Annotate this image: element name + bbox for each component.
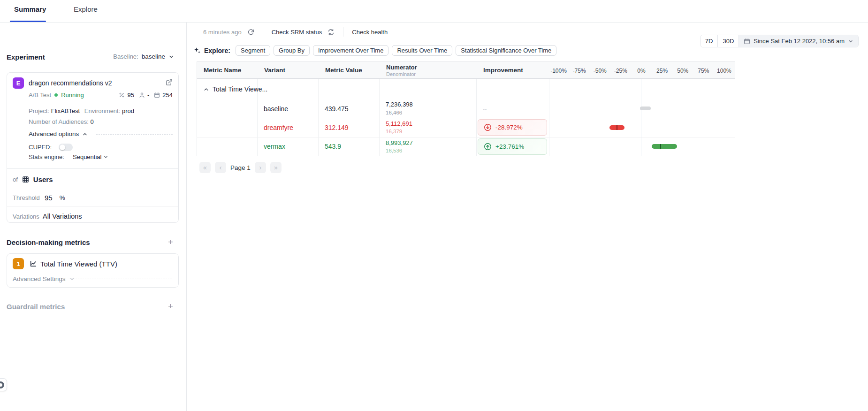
stats-engine-label: Stats engine: (29, 153, 64, 160)
ci-pill-vermax (652, 144, 677, 149)
range-7d-button[interactable]: 7D (700, 35, 718, 47)
threshold-unit: % (60, 194, 65, 201)
explore-statistical-significance-button[interactable]: Statistical Significance Over Time (456, 45, 556, 56)
table-border (476, 79, 477, 156)
help-widget-button[interactable] (0, 378, 7, 391)
add-guardrail-metric-button[interactable]: + (168, 302, 173, 311)
sync-icon[interactable] (327, 29, 335, 36)
prev-page-button[interactable]: ‹ (215, 162, 226, 173)
advanced-settings-toggle[interactable]: Advanced Settings (13, 275, 75, 282)
top-tab-bar: Summary Explore (0, 0, 868, 23)
variations-value: All Variations (43, 213, 82, 220)
chevron-down-icon (848, 38, 853, 44)
audiences-row: Number of Audiences: 0 (29, 118, 94, 125)
external-link-icon[interactable] (166, 79, 173, 86)
status-badge: Running (61, 91, 84, 99)
col-numerator: Numerator (386, 64, 417, 71)
axis-tick: -75% (569, 68, 590, 74)
chevron-down-icon (168, 54, 174, 60)
range-30d-button[interactable]: 30D (718, 35, 739, 47)
card-divider (22, 103, 173, 103)
explore-results-over-time-button[interactable]: Results Over Time (392, 45, 452, 56)
table-header: Metric Name Variant Metric Value Numerat… (197, 61, 735, 79)
cuped-toggle[interactable] (59, 144, 73, 151)
date-range-group: 7D 30D Since Sat Feb 12 2022, 10:56 am (700, 35, 859, 47)
active-tab-underline (10, 21, 46, 22)
improvement-axis: -100%-75%-50%-25%0%25%50%75%100% (549, 62, 736, 79)
sidebar: Experiment Baseline: baseline E dragon r… (0, 23, 187, 411)
next-page-button[interactable]: › (255, 162, 266, 173)
of-label: of (13, 176, 18, 183)
card-section-divider (7, 186, 178, 186)
first-page-button[interactable]: « (199, 162, 211, 173)
col-variant: Variant (264, 67, 285, 74)
date-range-picker[interactable]: Since Sat Feb 12 2022, 10:56 am (739, 35, 858, 47)
unit-type-row[interactable]: of Users (13, 172, 53, 186)
audiences-value: 0 (91, 118, 94, 125)
allocation-percent-icon (119, 92, 125, 98)
threshold-input[interactable]: 95 (45, 194, 53, 202)
stats-engine-row: Stats engine: Sequential (29, 153, 64, 160)
decision-metric-card: 1 Total Time Viewed (TTV) Advanced Setti… (7, 253, 179, 288)
metric-value: 312.149 (325, 124, 349, 131)
baseline-label: Baseline: (113, 53, 138, 60)
line-chart-icon (30, 260, 37, 267)
cuped-label: CUPED: (29, 144, 52, 151)
calendar-icon (744, 38, 750, 45)
experiment-card: E dragon recommendations v2 A/B Test Run… (7, 72, 179, 223)
ci-center-tick (660, 144, 661, 149)
variant-name: vermax (264, 143, 285, 150)
metric-group-row[interactable]: Total Time Viewe... (203, 85, 267, 93)
environment-value: prod (122, 107, 134, 114)
metric-value: 543.9 (325, 143, 341, 150)
axis-tick: 0% (631, 68, 652, 74)
explore-improvement-over-time-button[interactable]: Improvement Over Time (313, 45, 388, 56)
explore-groupby-button[interactable]: Group By (274, 45, 310, 56)
zero-gridline (641, 79, 641, 156)
allocation-value: 95 (127, 91, 134, 99)
add-decision-metric-button[interactable]: + (168, 237, 173, 246)
table-border (197, 79, 197, 156)
environment-label: Environment: (84, 107, 121, 114)
threshold-label: Threshold (13, 194, 45, 201)
experiment-section-title: Experiment (7, 53, 45, 61)
experiment-badge: E (13, 77, 24, 89)
metric-value: 439.475 (325, 105, 349, 113)
unit-type-value: Users (33, 175, 53, 183)
improvement-value: -28.972% (495, 124, 523, 131)
tab-explore[interactable]: Explore (74, 5, 98, 13)
threshold-row: Threshold 95 % (13, 189, 65, 206)
baseline-selector[interactable]: Baseline: baseline (113, 53, 174, 60)
calendar-icon (154, 92, 160, 98)
col-denominator: Denominator (386, 71, 416, 77)
improvement-value: -- (483, 105, 487, 112)
check-health-button[interactable]: Check health (352, 29, 388, 36)
help-ring-icon (0, 381, 4, 388)
last-page-button[interactable]: » (270, 162, 282, 173)
person-icon (139, 92, 145, 98)
metric-name[interactable]: Total Time Viewed (TTV) (40, 260, 117, 268)
denominator-value: 16,379 (386, 129, 402, 134)
axis-tick: 25% (652, 68, 672, 74)
numerator-value: 5,112,691 (386, 120, 412, 127)
explore-segment-button[interactable]: Segment (236, 45, 270, 56)
guardrail-metrics-title: Guardrail metrics (7, 303, 65, 311)
advanced-options-toggle[interactable]: Advanced options (29, 130, 88, 137)
col-metric-value: Metric Value (325, 67, 362, 74)
axis-tick: -100% (548, 68, 569, 74)
confidence-interval-chart (549, 79, 735, 156)
refresh-icon[interactable] (247, 29, 254, 36)
pagination: « ‹ Page 1 › » (199, 162, 282, 173)
numerator-value: 7,236,398 (386, 101, 413, 108)
explore-label: Explore: (204, 47, 230, 54)
variations-label: Variations (13, 213, 43, 220)
advanced-settings-label: Advanced Settings (13, 275, 66, 282)
check-srm-button[interactable]: Check SRM status (272, 29, 322, 36)
numerator-value: 8,993,927 (386, 139, 413, 146)
col-metric-name: Metric Name (204, 67, 241, 74)
variations-row[interactable]: Variations All Variations (13, 209, 82, 223)
collapse-chevron-icon[interactable] (203, 86, 209, 92)
stats-engine-select[interactable]: Sequential (73, 153, 108, 160)
tab-summary[interactable]: Summary (14, 5, 46, 13)
toolbar-divider (263, 27, 263, 37)
